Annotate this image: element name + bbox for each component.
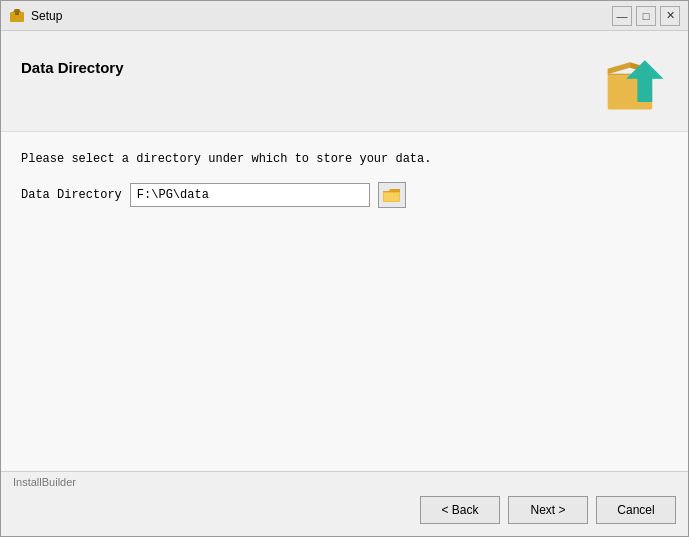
main-content: Please select a directory under which to…: [1, 132, 688, 471]
folder-icon: [383, 187, 401, 203]
browse-button[interactable]: [378, 182, 406, 208]
field-label: Data Directory: [21, 188, 122, 202]
page-title: Data Directory: [21, 59, 124, 76]
svg-rect-2: [15, 12, 19, 15]
minimize-button[interactable]: —: [612, 6, 632, 26]
button-row: < Back Next > Cancel: [1, 488, 688, 536]
svg-rect-10: [384, 193, 399, 201]
maximize-button[interactable]: □: [636, 6, 656, 26]
footer-section: InstallBuilder < Back Next > Cancel: [1, 471, 688, 536]
cancel-button[interactable]: Cancel: [596, 496, 676, 524]
close-button[interactable]: ✕: [660, 6, 680, 26]
header-section: Data Directory: [1, 31, 688, 132]
description-text: Please select a directory under which to…: [21, 152, 668, 166]
data-directory-input[interactable]: [130, 183, 370, 207]
back-button[interactable]: < Back: [420, 496, 500, 524]
field-row: Data Directory: [21, 182, 668, 208]
svg-marker-1: [13, 9, 21, 12]
next-button[interactable]: Next >: [508, 496, 588, 524]
title-bar-left: Setup: [9, 8, 62, 24]
title-controls: — □ ✕: [612, 6, 680, 26]
svg-marker-4: [608, 62, 630, 74]
window-title: Setup: [31, 9, 62, 23]
setup-window: Setup — □ ✕ Data Directory: [0, 0, 689, 537]
header-icon: [603, 51, 668, 116]
installbuilder-label: InstallBuilder: [1, 472, 688, 488]
content-area: Data Directory Please select a directory…: [1, 31, 688, 536]
window-icon: [9, 8, 25, 24]
title-bar: Setup — □ ✕: [1, 1, 688, 31]
